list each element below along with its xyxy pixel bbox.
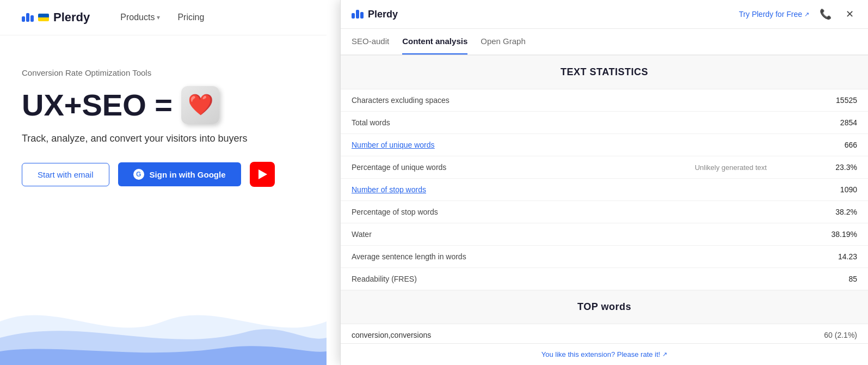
heart-icon: ❤️ [181,86,219,124]
tab-seo-audit[interactable]: SEO-audit [352,29,389,54]
panel-footer: You like this extension? Please rate it!… [341,343,868,365]
top-words-title: TOP words [341,290,868,324]
nav-logo[interactable]: Plerdy [22,10,90,25]
stat-value-0: 15525 [778,89,868,112]
stat-label-3: Percentage of unique words [341,156,600,179]
youtube-play-icon [258,169,267,179]
stat-note-2 [600,134,778,156]
stat-label-0: Characters excluding spaces [341,89,600,112]
main-nav: Plerdy Products ▾ Pricing [0,0,327,35]
panel-header: Plerdy Try Plerdy for Free ↗ 📞 ✕ [341,0,868,29]
stat-note-1 [600,112,778,134]
start-email-button[interactable]: Start with email [22,163,109,186]
stat-value-4: 1090 [778,179,868,201]
stat-note-7 [600,246,778,268]
text-statistics-table: Characters excluding spaces 15525 Total … [341,89,868,290]
rate-extension-link[interactable]: You like this extension? Please rate it!… [541,350,668,358]
stat-label-7: Average sentence length in words [341,246,600,268]
stat-label-1: Total words [341,112,600,134]
footer-external-link-icon: ↗ [662,351,667,358]
text-statistics-title: TEXT STATISTICS [341,56,868,89]
table-row: Total words 2854 [341,112,868,134]
panel-tabs: SEO-audit Content analysis Open Graph [341,29,868,55]
stat-note-3: Unlikely generated text [600,156,778,179]
top-words-section: TOP words [341,290,868,324]
stat-note-4 [600,179,778,201]
stat-label-2[interactable]: Number of unique words [341,134,600,156]
try-plerdy-link[interactable]: Try Plerdy for Free ↗ [739,10,809,19]
stat-value-5: 38.2% [778,201,868,223]
wave-background [0,267,327,365]
youtube-button[interactable] [250,162,275,187]
tab-content-analysis[interactable]: Content analysis [402,29,467,54]
sign-in-google-button[interactable]: G Sign in with Google [118,162,241,186]
stat-label-4[interactable]: Number of stop words [341,179,600,201]
table-row: Number of stop words 1090 [341,179,868,201]
table-row: conversion,conversions 60 (2.1%) [341,324,868,343]
nav-products[interactable]: Products ▾ [112,8,169,27]
stat-value-2: 666 [778,134,868,156]
stat-label-6: Water [341,223,600,246]
google-icon: G [133,169,144,180]
extension-panel: Plerdy Try Plerdy for Free ↗ 📞 ✕ SEO-aud… [340,0,868,365]
stat-note-0 [600,89,778,112]
table-row: Percentage of stop words 38.2% [341,201,868,223]
stat-note-5 [600,201,778,223]
panel-actions: Try Plerdy for Free ↗ 📞 ✕ [739,7,857,22]
external-link-icon: ↗ [804,11,809,18]
phone-icon[interactable]: 📞 [818,7,833,22]
hero-subtitle: Conversion Rate Optimization Tools [22,68,305,77]
table-row: Water 38.19% [341,223,868,246]
stat-note-6 [600,223,778,246]
close-icon[interactable]: ✕ [842,7,857,22]
stat-value-1: 2854 [778,112,868,134]
table-row: Number of unique words 666 [341,134,868,156]
panel-logo-text: Plerdy [368,9,398,20]
stat-label-8: Readability (FRES) [341,268,600,290]
hero-title: UX+SEO = ❤️ [22,86,305,124]
word-label-0: conversion,conversions [341,324,723,343]
stat-value-7: 14.23 [778,246,868,268]
website-background: Plerdy Products ▾ Pricing Conversion Rat… [0,0,327,365]
chevron-down-icon: ▾ [157,14,160,21]
logo-icon [22,13,34,22]
table-row: Average sentence length in words 14.23 [341,246,868,268]
hero-section: Conversion Rate Optimization Tools UX+SE… [0,35,327,209]
stat-value-6: 38.19% [778,223,868,246]
tab-open-graph[interactable]: Open Graph [481,29,526,54]
hero-description: Track, analyze, and convert your visitor… [22,133,305,144]
nav-links: Products ▾ Pricing [112,8,213,27]
panel-logo[interactable]: Plerdy [352,9,398,20]
nav-pricing[interactable]: Pricing [169,8,213,27]
stat-value-3: 23.3% [778,156,868,179]
word-value-0: 60 (2.1%) [723,324,868,343]
table-row: Readability (FRES) 85 [341,268,868,290]
stat-label-5: Percentage of stop words [341,201,600,223]
logo-text: Plerdy [53,10,90,25]
panel-content[interactable]: TEXT STATISTICS Characters excluding spa… [341,55,868,343]
stat-value-8: 85 [778,268,868,290]
panel-logo-icon [352,10,364,19]
hero-buttons: Start with email G Sign in with Google [22,162,305,187]
ukraine-flag-icon [38,14,49,21]
top-words-table: conversion,conversions 60 (2.1%) tool,to… [341,324,868,343]
stat-note-8 [600,268,778,290]
table-row: Percentage of unique words Unlikely gene… [341,156,868,179]
text-statistics-section: TEXT STATISTICS [341,55,868,89]
table-row: Characters excluding spaces 15525 [341,89,868,112]
